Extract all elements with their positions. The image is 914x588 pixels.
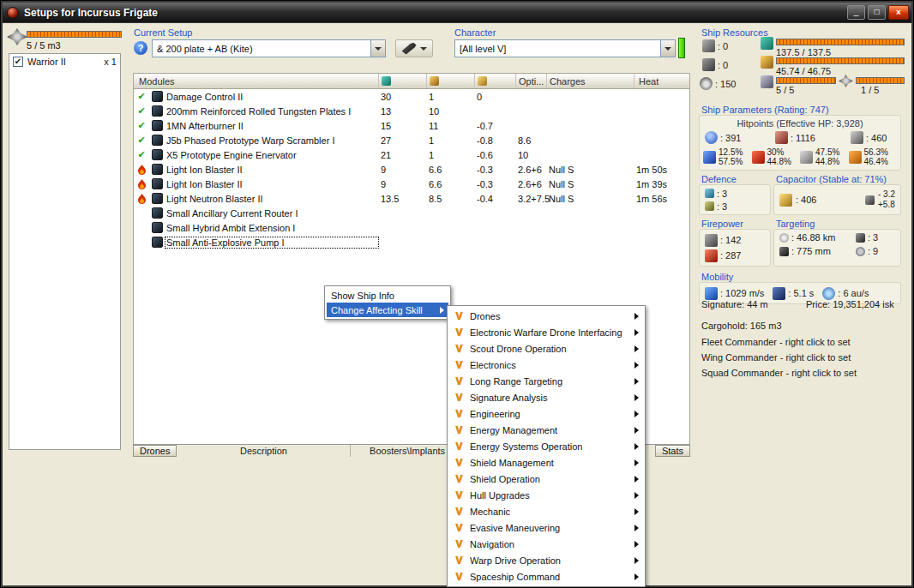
module-status-icon[interactable] bbox=[134, 150, 149, 159]
module-type-icon-cell bbox=[149, 120, 165, 131]
skill-menu-item[interactable]: Electronics bbox=[449, 357, 643, 373]
module-row[interactable]: Small Ancillary Current Router I bbox=[134, 206, 689, 220]
modules-column-header[interactable]: Modules bbox=[134, 74, 379, 88]
context-menu-item[interactable]: Change Affecting Skill bbox=[327, 303, 448, 317]
skill-menu-item[interactable]: Long Range Targeting bbox=[449, 373, 643, 389]
defence-panel: : 3 : 3 bbox=[699, 184, 771, 215]
submenu-arrow-icon bbox=[634, 394, 639, 401]
drone-checkbox[interactable] bbox=[13, 57, 23, 67]
module-name[interactable]: J5b Phased Prototype Warp Scrambler I bbox=[165, 135, 379, 147]
resist-bottom-value: 57.5% bbox=[719, 157, 743, 166]
maximize-button[interactable]: □ bbox=[868, 5, 886, 20]
close-button[interactable]: × bbox=[888, 5, 909, 20]
module-status-icon[interactable] bbox=[134, 194, 149, 204]
module-name[interactable]: Light Ion Blaster II bbox=[165, 164, 379, 176]
context-menu-item[interactable]: Show Ship Info bbox=[327, 288, 448, 303]
module-icon bbox=[152, 105, 163, 117]
module-name[interactable]: Damage Control II bbox=[165, 91, 379, 103]
setup-tools-button[interactable] bbox=[395, 39, 433, 57]
title-bar[interactable]: Setups for Incursus Frigate _ □ × bbox=[3, 3, 911, 22]
module-name[interactable]: Small Ancillary Current Router I bbox=[165, 207, 379, 219]
module-row[interactable]: 1MN Afterburner II 15 11 -0.7 bbox=[134, 118, 689, 133]
help-icon[interactable] bbox=[134, 41, 147, 55]
module-row[interactable]: 200mm Reinforced Rolled Tungsten Plates … bbox=[134, 104, 689, 118]
stats-button[interactable]: Stats bbox=[655, 445, 690, 457]
setup-combo-arrow[interactable] bbox=[370, 40, 385, 57]
skill-menu-item[interactable]: Shield Operation bbox=[449, 471, 643, 487]
character-combo-arrow[interactable] bbox=[660, 40, 675, 57]
resistance-icon bbox=[752, 151, 765, 164]
capacitor-column-header[interactable] bbox=[475, 74, 516, 88]
skill-menu-item[interactable]: Energy Management bbox=[449, 422, 643, 438]
module-row[interactable]: X5 Prototype Engine Enervator 21 1 -0.6 … bbox=[134, 147, 689, 162]
skill-menu-item[interactable]: Spaceship Command bbox=[449, 568, 643, 585]
character-combo[interactable]: [All level V] bbox=[454, 39, 676, 57]
submenu-arrow-icon bbox=[634, 525, 639, 531]
drone-list-item[interactable]: Warrior II x 1 bbox=[9, 54, 120, 69]
cpu-column-header[interactable] bbox=[379, 74, 427, 88]
dps-row: : 287 bbox=[705, 249, 765, 262]
charges-column-header[interactable]: Charges bbox=[547, 74, 634, 88]
submenu-arrow-icon bbox=[634, 329, 639, 336]
skill-menu-item[interactable]: Navigation bbox=[449, 536, 643, 552]
module-status-icon[interactable] bbox=[134, 165, 149, 175]
setup-combo[interactable]: & 200 plate + AB (Kite) bbox=[152, 39, 386, 57]
module-status-icon[interactable] bbox=[134, 106, 149, 116]
skill-menu-item[interactable]: Electronic Warfare Drone Interfacing bbox=[449, 324, 643, 340]
module-name[interactable]: Small Anti-Explosive Pump I bbox=[165, 237, 379, 249]
module-name[interactable]: 1MN Afterburner II bbox=[165, 120, 379, 132]
wing-commander[interactable]: Wing Commander - right click to set bbox=[701, 352, 851, 363]
module-name[interactable]: X5 Prototype Engine Enervator bbox=[165, 149, 379, 161]
module-name[interactable]: 200mm Reinforced Rolled Tungsten Plates … bbox=[165, 105, 379, 117]
submenu-arrow-icon bbox=[634, 443, 639, 450]
minimize-button[interactable]: _ bbox=[847, 5, 865, 20]
skill-menu-item[interactable]: Shield Management bbox=[449, 454, 643, 471]
heat-column-header[interactable]: Heat bbox=[634, 74, 689, 88]
fleet-commander[interactable]: Fleet Commander - right click to set bbox=[701, 337, 851, 347]
modules-table-header[interactable]: Modules Opti... Charges Heat bbox=[134, 74, 689, 89]
skill-menu-item[interactable]: Energy Systems Operation bbox=[449, 438, 643, 454]
module-name[interactable]: Light Ion Blaster II bbox=[165, 178, 379, 190]
tab-description[interactable]: Description bbox=[177, 445, 351, 457]
skill-menu-item-label: Evasive Maneuvering bbox=[470, 523, 560, 533]
skill-menu-item[interactable]: Engineering bbox=[449, 405, 643, 422]
module-row[interactable]: Small Anti-Explosive Pump I bbox=[134, 235, 689, 249]
skill-menu-item[interactable]: Warp Drive Operation bbox=[449, 552, 643, 568]
cargohold: Cargohold: 165 m3 bbox=[701, 321, 782, 331]
module-status-icon[interactable] bbox=[134, 92, 149, 101]
submenu-arrow-icon bbox=[634, 508, 639, 515]
capacitor-peak: +5.8 bbox=[878, 200, 895, 210]
module-name[interactable]: Small Hybrid Ambit Extension I bbox=[165, 222, 379, 234]
tab-drones[interactable]: Drones bbox=[133, 445, 177, 457]
module-name[interactable]: Light Neutron Blaster II bbox=[165, 193, 379, 205]
optimal-column-header[interactable]: Opti... bbox=[516, 74, 547, 88]
skill-menu-item[interactable]: Evasive Maneuvering bbox=[449, 519, 643, 536]
drone-list[interactable]: Warrior II x 1 bbox=[9, 53, 121, 450]
module-status-icon[interactable] bbox=[134, 179, 149, 189]
skill-menu-item[interactable]: Scout Drone Operation bbox=[449, 340, 643, 357]
overheat-flame-icon bbox=[137, 179, 147, 189]
defence-row-1: : 3 bbox=[705, 189, 765, 199]
resistance-cell: 12.5% 57.5% bbox=[703, 147, 752, 166]
max-velocity: : 1029 m/s bbox=[705, 287, 764, 300]
skill-menu-item[interactable]: Drones bbox=[449, 308, 643, 324]
warp-speed: : 6 au/s bbox=[822, 287, 869, 300]
capacitor-amount: : 406 bbox=[796, 195, 816, 205]
module-row[interactable]: Light Ion Blaster II 9 6.6 -0.3 2.6+6 Nu… bbox=[134, 177, 689, 191]
module-row[interactable]: Light Ion Blaster II 9 6.6 -0.3 2.6+6 Nu… bbox=[134, 162, 689, 177]
powergrid-column-header[interactable] bbox=[427, 74, 475, 88]
skill-menu-item[interactable]: Mechanic bbox=[449, 503, 643, 519]
skill-menu-item[interactable]: Hull Upgrades bbox=[449, 487, 643, 503]
module-row[interactable]: Light Neutron Blaster II 13.5 8.5 -0.4 3… bbox=[134, 191, 689, 206]
module-row[interactable]: Small Hybrid Ambit Extension I bbox=[134, 220, 689, 235]
module-row[interactable]: Damage Control II 30 1 0 bbox=[134, 89, 689, 104]
resist-top-value: 12.5% bbox=[719, 147, 743, 157]
context-menu-item-label: Change Affecting Skill bbox=[331, 305, 423, 315]
module-row[interactable]: J5b Phased Prototype Warp Scrambler I 27… bbox=[134, 133, 689, 147]
module-optimal: 10 bbox=[516, 150, 547, 160]
module-status-icon[interactable] bbox=[134, 121, 149, 130]
skill-menu-item[interactable]: Signature Analysis bbox=[449, 389, 643, 405]
module-status-icon[interactable] bbox=[134, 135, 149, 145]
squad-commander[interactable]: Squad Commander - right click to set bbox=[701, 368, 857, 378]
cpu-usage: 137.5 / 137.5 bbox=[776, 47, 831, 57]
